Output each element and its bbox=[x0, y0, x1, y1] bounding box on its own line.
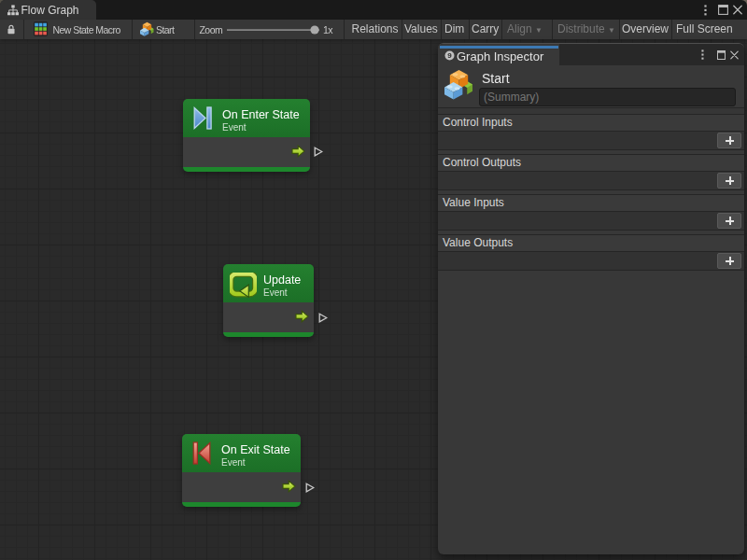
svg-text:9: 9 bbox=[447, 51, 452, 60]
